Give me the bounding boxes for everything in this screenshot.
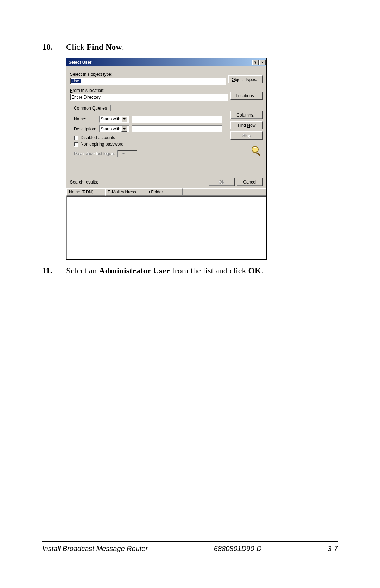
col-spacer xyxy=(183,188,266,196)
from-location-label: From this location: xyxy=(70,88,228,93)
stop-button: Stop xyxy=(230,131,263,140)
description-input[interactable] xyxy=(132,125,222,132)
dialog-title: Select User xyxy=(69,60,252,65)
search-icon xyxy=(250,144,263,157)
col-in-folder[interactable]: In Folder xyxy=(144,188,183,196)
search-results-label: Search results: xyxy=(70,180,207,185)
checkbox-icon xyxy=(74,136,78,140)
locations-button[interactable]: Locations... xyxy=(230,92,263,100)
help-button[interactable]: ? xyxy=(252,60,259,65)
step-bold: Find Now xyxy=(87,42,122,51)
step-text: Click Find Now. xyxy=(66,42,124,52)
dialog-body: Select this object type: User Object Typ… xyxy=(66,66,266,176)
cancel-button[interactable]: Cancel xyxy=(237,178,263,186)
footer-center: 6880801D90-D xyxy=(214,545,262,553)
footer-left: Install Broadcast Message Router xyxy=(42,545,148,553)
days-since-logon-dropdown xyxy=(117,150,137,157)
description-match-dropdown[interactable]: Starts with xyxy=(99,125,129,132)
col-name-rdn[interactable]: Name (RDN) xyxy=(66,188,105,196)
t: Select an xyxy=(66,266,99,275)
dialog-buttons-row: Search results: OK Cancel xyxy=(66,176,266,188)
svg-rect-1 xyxy=(256,152,260,156)
footer-right: 3-7 xyxy=(328,545,338,553)
name-match-dropdown[interactable]: Starts with xyxy=(99,116,129,123)
columns-button[interactable]: Columns... xyxy=(230,111,263,119)
step-11: 11. Select an Administrator User from th… xyxy=(42,266,338,276)
name-input[interactable] xyxy=(132,116,222,123)
name-label: Name: xyxy=(74,117,99,122)
description-label: Description: xyxy=(74,126,99,131)
common-queries-panel: Name: Starts with Description: Starts wi… xyxy=(70,111,226,174)
t: from the list and click xyxy=(170,266,248,275)
tab-common-queries[interactable]: Common Queries xyxy=(70,105,111,111)
col-email[interactable]: E-Mail Address xyxy=(105,188,144,196)
object-types-button[interactable]: Object Types... xyxy=(228,75,263,83)
close-button[interactable]: × xyxy=(259,60,266,65)
t: OK xyxy=(248,266,261,275)
chevron-down-icon xyxy=(121,126,127,132)
ok-button: OK xyxy=(209,178,235,186)
titlebar[interactable]: Select User ? × xyxy=(66,58,266,66)
page-footer: Install Broadcast Message Router 6880801… xyxy=(42,541,338,553)
step-prefix: Click xyxy=(66,42,87,51)
t: Administrator User xyxy=(99,266,170,275)
chevron-down-icon xyxy=(121,151,126,156)
step-suffix: . xyxy=(122,42,124,51)
non-expiring-password-checkbox[interactable]: Non expiring password xyxy=(74,142,222,147)
t: . xyxy=(261,266,264,275)
step-number: 11. xyxy=(42,266,66,276)
select-type-label: Select this object type: xyxy=(70,72,226,77)
step-10: 10. Click Find Now. xyxy=(42,42,338,52)
chevron-down-icon xyxy=(121,116,127,122)
object-type-field[interactable]: User xyxy=(70,78,226,85)
find-now-button[interactable]: Find Now xyxy=(230,121,263,129)
select-user-dialog: Select User ? × Select this object type:… xyxy=(66,58,267,260)
results-list[interactable] xyxy=(66,196,266,259)
results-header: Name (RDN) E-Mail Address In Folder xyxy=(66,188,266,196)
step-text: Select an Administrator User from the li… xyxy=(66,266,264,276)
checkbox-icon xyxy=(74,142,78,147)
days-since-logon-label: Days since last logon: xyxy=(74,151,115,156)
step-number: 10. xyxy=(42,42,66,52)
dialog-screenshot: Select User ? × Select this object type:… xyxy=(66,58,338,260)
from-location-field[interactable]: Entire Directory xyxy=(70,94,228,101)
close-icon: × xyxy=(261,61,264,64)
help-icon: ? xyxy=(254,61,257,64)
disabled-accounts-checkbox[interactable]: Disabled accounts xyxy=(74,135,222,140)
